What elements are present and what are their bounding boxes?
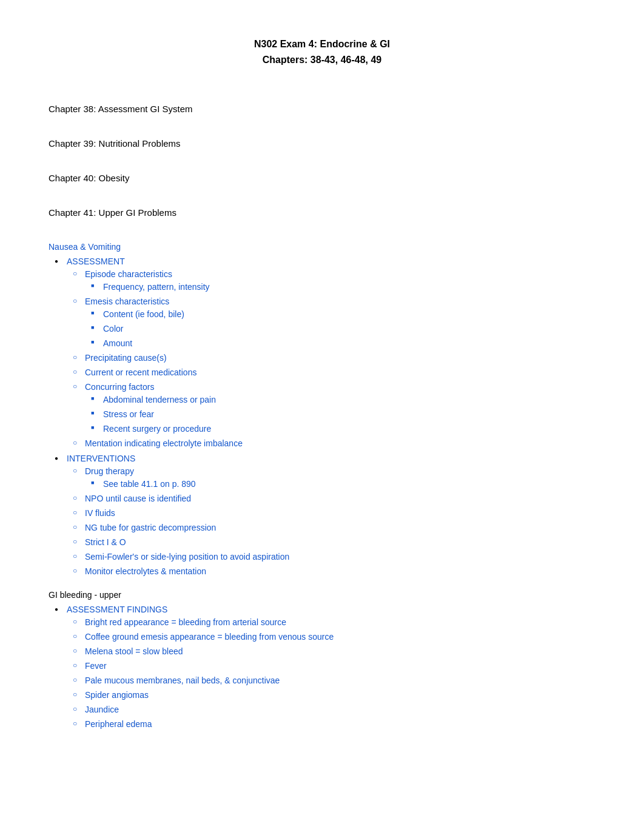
mentation-item: Mentation indicating electrolyte imbalan… <box>85 437 595 450</box>
episode-sub-list: Frequency, pattern, intensity <box>103 281 595 293</box>
gi-bleeding-assessment-list: Bright red appearance = bleeding from ar… <box>85 616 595 731</box>
concurring-sub-2: Stress or fear <box>103 408 595 421</box>
gi-bleeding-assessment-label: ASSESSMENT FINDINGS <box>67 605 167 614</box>
gi-bleeding-finding-6: Spider angiomas <box>85 689 595 702</box>
concurring-sub-list: Abdominal tenderness or pain Stress or f… <box>103 394 595 435</box>
emesis-sub-1-text: Content (ie food, bile) <box>103 309 184 319</box>
concurring-sub-3-text: Recent surgery or procedure <box>103 424 211 434</box>
concurring-sub-1: Abdominal tenderness or pain <box>103 394 595 406</box>
nv-interventions-item: INTERVENTIONS Drug therapy See table 41.… <box>67 452 595 578</box>
gi-bleeding-finding-6-text: Spider angiomas <box>85 690 149 700</box>
gi-bleeding-finding-5: Pale mucous membranes, nail beds, & conj… <box>85 674 595 687</box>
nausea-vomiting-section: Nausea & Vomiting ASSESSMENT Episode cha… <box>49 242 595 578</box>
gi-bleeding-finding-2: Coffee ground emesis appearance = bleedi… <box>85 631 595 643</box>
concurring-sub-1-text: Abdominal tenderness or pain <box>103 395 216 404</box>
gi-bleeding-finding-5-text: Pale mucous membranes, nail beds, & conj… <box>85 676 280 685</box>
gi-bleeding-finding-1-text: Bright red appearance = bleeding from ar… <box>85 617 286 627</box>
emesis-sub-2: Color <box>103 323 595 335</box>
current-meds-item: Current or recent medications <box>85 366 595 379</box>
nv-assessment-item: ASSESSMENT Episode characteristics Frequ… <box>67 255 595 450</box>
strict-io-item: Strict I & O <box>85 536 595 549</box>
gi-bleeding-heading: GI bleeding - upper <box>49 590 595 600</box>
semi-fowler-text: Semi-Fowler's or side-lying position to … <box>85 552 289 562</box>
strict-io-text: Strict I & O <box>85 537 126 547</box>
concurring-sub-3: Recent surgery or procedure <box>103 423 595 435</box>
nv-assessment-list: Episode characteristics Frequency, patte… <box>85 268 595 450</box>
nv-bullet-level-1: ASSESSMENT Episode characteristics Frequ… <box>67 255 595 578</box>
episode-item: Episode characteristics Frequency, patte… <box>85 268 595 293</box>
emesis-sub-1: Content (ie food, bile) <box>103 308 595 321</box>
nausea-vomiting-heading: Nausea & Vomiting <box>49 242 595 252</box>
emesis-sub-list: Content (ie food, bile) Color Amount <box>103 308 595 350</box>
gi-bleeding-section: GI bleeding - upper ASSESSMENT FINDINGS … <box>49 590 595 731</box>
npo-item: NPO until cause is identified <box>85 492 595 505</box>
chapter-40-heading: Chapter 40: Obesity <box>49 173 595 183</box>
episode-sub-1: Frequency, pattern, intensity <box>103 281 595 293</box>
drug-therapy-sub-1-text: See table 41.1 on p. 890 <box>103 479 196 489</box>
gi-bleeding-finding-8-text: Peripheral edema <box>85 719 152 729</box>
gi-bleeding-finding-7-text: Jaundice <box>85 705 119 714</box>
nv-assessment-label: ASSESSMENT <box>67 257 125 266</box>
precipitating-item: Precipitating cause(s) <box>85 352 595 364</box>
current-meds-text: Current or recent medications <box>85 367 196 377</box>
page-title: N302 Exam 4: Endocrine & GI Chapters: 38… <box>49 36 595 67</box>
gi-bleeding-finding-7: Jaundice <box>85 703 595 716</box>
emesis-sub-2-text: Color <box>103 324 123 334</box>
ng-tube-text: NG tube for gastric decompression <box>85 523 216 532</box>
nv-interventions-label: INTERVENTIONS <box>67 454 135 463</box>
emesis-label: Emesis characteristics <box>85 297 169 306</box>
nv-interventions-list: Drug therapy See table 41.1 on p. 890 NP… <box>85 465 595 578</box>
emesis-sub-3-text: Amount <box>103 338 132 348</box>
semi-fowler-item: Semi-Fowler's or side-lying position to … <box>85 551 595 563</box>
gi-bleeding-finding-8: Peripheral edema <box>85 718 595 731</box>
gi-bleeding-finding-1: Bright red appearance = bleeding from ar… <box>85 616 595 629</box>
gi-bleeding-assessment-item: ASSESSMENT FINDINGS Bright red appearanc… <box>67 603 595 731</box>
ng-tube-item: NG tube for gastric decompression <box>85 521 595 534</box>
gi-bleeding-finding-4: Fever <box>85 660 595 672</box>
iv-fluids-item: IV fluids <box>85 507 595 520</box>
gi-bleeding-finding-4-text: Fever <box>85 661 107 671</box>
episode-label: Episode characteristics <box>85 269 172 279</box>
concurring-item: Concurring factors Abdominal tenderness … <box>85 381 595 435</box>
iv-fluids-text: IV fluids <box>85 508 115 518</box>
chapter-41-heading: Chapter 41: Upper GI Problems <box>49 207 595 218</box>
drug-therapy-sub-1: See table 41.1 on p. 890 <box>103 478 595 491</box>
mentation-text: Mentation indicating electrolyte imbalan… <box>85 438 243 448</box>
emesis-item: Emesis characteristics Content (ie food,… <box>85 295 595 350</box>
drug-therapy-label: Drug therapy <box>85 466 134 476</box>
gi-bleeding-finding-2-text: Coffee ground emesis appearance = bleedi… <box>85 632 334 642</box>
monitor-item: Monitor electrolytes & mentation <box>85 565 595 578</box>
emesis-sub-3: Amount <box>103 337 595 350</box>
npo-text: NPO until cause is identified <box>85 494 191 503</box>
precipitating-text: Precipitating cause(s) <box>85 353 167 363</box>
concurring-label: Concurring factors <box>85 382 154 392</box>
monitor-text: Monitor electrolytes & mentation <box>85 566 206 576</box>
concurring-sub-2-text: Stress or fear <box>103 409 154 419</box>
drug-therapy-item: Drug therapy See table 41.1 on p. 890 <box>85 465 595 491</box>
chapter-39-heading: Chapter 39: Nutritional Problems <box>49 138 595 149</box>
episode-sub-1-text: Frequency, pattern, intensity <box>103 282 210 292</box>
gi-bleeding-finding-3-text: Melena stool = slow bleed <box>85 646 183 656</box>
gi-bleeding-bullet-level-1: ASSESSMENT FINDINGS Bright red appearanc… <box>67 603 595 731</box>
chapter-38-heading: Chapter 38: Assessment GI System <box>49 104 595 114</box>
drug-therapy-sub-list: See table 41.1 on p. 890 <box>103 478 595 491</box>
gi-bleeding-finding-3: Melena stool = slow bleed <box>85 645 595 658</box>
